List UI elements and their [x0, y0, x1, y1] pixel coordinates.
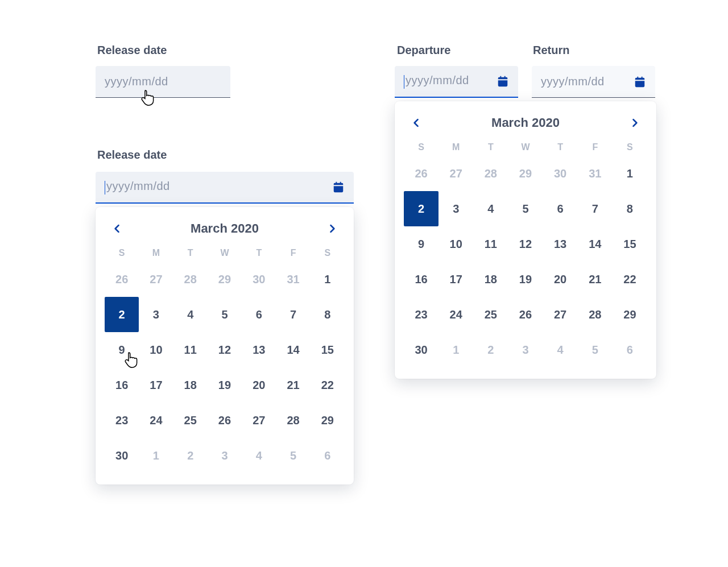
weekday-row: SMTWTFS — [105, 243, 345, 262]
calendar-day[interactable]: 17 — [439, 262, 473, 297]
calendar-day[interactable]: 4 — [473, 191, 508, 226]
calendar-day[interactable]: 10 — [139, 332, 173, 367]
day-grid: 2627282930311234567891011121314151617181… — [105, 262, 345, 473]
calendar-day-other-month: 31 — [578, 156, 613, 191]
calendar-day[interactable]: 14 — [276, 332, 310, 367]
calendar-day[interactable]: 13 — [543, 226, 578, 262]
prev-month-button[interactable] — [108, 220, 126, 238]
calendar-icon[interactable] — [497, 75, 509, 88]
calendar-day[interactable]: 15 — [311, 332, 345, 367]
calendar-day[interactable]: 3 — [439, 191, 473, 226]
calendar-day-other-month: 31 — [276, 262, 310, 297]
calendar-day[interactable]: 22 — [311, 367, 345, 403]
return-label: Return — [533, 44, 569, 57]
next-month-button[interactable] — [626, 114, 644, 132]
calendar-day-other-month: 5 — [276, 438, 310, 473]
calendar-day[interactable]: 5 — [208, 297, 242, 332]
calendar-day[interactable]: 12 — [208, 332, 242, 367]
calendar-day[interactable]: 26 — [208, 403, 242, 438]
day-grid: 2627282930311234567891011121314151617181… — [404, 156, 647, 367]
calendar-day[interactable]: 27 — [242, 403, 276, 438]
calendar-day[interactable]: 28 — [578, 297, 613, 332]
calendar-day[interactable]: 19 — [508, 262, 543, 297]
calendar-day-other-month: 26 — [404, 156, 439, 191]
calendar-day[interactable]: 29 — [311, 403, 345, 438]
calendar-day[interactable]: 24 — [139, 403, 173, 438]
calendar-day[interactable]: 9 — [105, 332, 139, 367]
calendar-day[interactable]: 5 — [508, 191, 543, 226]
calendar-day[interactable]: 7 — [276, 297, 310, 332]
calendar-day[interactable]: 8 — [311, 297, 345, 332]
calendar-day[interactable]: 4 — [173, 297, 208, 332]
calendar-day-other-month: 28 — [473, 156, 508, 191]
placeholder-text: yyyy/mm/dd — [105, 75, 168, 88]
calendar-day-other-month: 30 — [242, 262, 276, 297]
calendar-day-other-month: 4 — [242, 438, 276, 473]
calendar-day[interactable]: 23 — [404, 297, 439, 332]
calendar-day[interactable]: 10 — [439, 226, 473, 262]
calendar-day[interactable]: 12 — [508, 226, 543, 262]
calendar-title: March 2020 — [491, 115, 560, 130]
calendar-icon[interactable] — [332, 181, 345, 193]
calendar-day-other-month: 1 — [439, 332, 473, 367]
calendar-day[interactable]: 24 — [439, 297, 473, 332]
calendar-day[interactable]: 6 — [242, 297, 276, 332]
calendar-day[interactable]: 21 — [578, 262, 613, 297]
calendar-icon[interactable] — [634, 76, 646, 88]
calendar-day-other-month: 2 — [473, 332, 508, 367]
calendar-day[interactable]: 8 — [613, 191, 647, 226]
calendar-day[interactable]: 9 — [404, 226, 439, 262]
calendar-day[interactable]: 23 — [105, 403, 139, 438]
calendar-popover-release: March 2020 SMTWTFS 262728293031123456789… — [96, 207, 354, 485]
calendar-day[interactable]: 11 — [173, 332, 208, 367]
calendar-day[interactable]: 2 — [404, 191, 439, 226]
calendar-day[interactable]: 11 — [473, 226, 508, 262]
calendar-day[interactable]: 26 — [508, 297, 543, 332]
release-date-label-2: Release date — [97, 148, 167, 162]
calendar-day[interactable]: 14 — [578, 226, 613, 262]
placeholder-with-caret: yyyy/mm/dd — [105, 180, 170, 194]
calendar-day[interactable]: 19 — [208, 367, 242, 403]
calendar-day[interactable]: 20 — [543, 262, 578, 297]
calendar-day[interactable]: 6 — [543, 191, 578, 226]
calendar-day[interactable]: 30 — [404, 332, 439, 367]
calendar-day-other-month: 6 — [311, 438, 345, 473]
calendar-day[interactable]: 29 — [613, 297, 647, 332]
placeholder-text: yyyy/mm/dd — [541, 75, 605, 88]
calendar-day[interactable]: 25 — [173, 403, 208, 438]
release-date-input-1[interactable]: yyyy/mm/dd — [96, 66, 230, 98]
calendar-day[interactable]: 1 — [311, 262, 345, 297]
calendar-day[interactable]: 7 — [578, 191, 613, 226]
calendar-day[interactable]: 18 — [173, 367, 208, 403]
calendar-day[interactable]: 27 — [543, 297, 578, 332]
calendar-day[interactable]: 3 — [139, 297, 173, 332]
calendar-day[interactable]: 16 — [105, 367, 139, 403]
calendar-day[interactable]: 30 — [105, 438, 139, 473]
next-month-button[interactable] — [323, 220, 341, 238]
calendar-day[interactable]: 21 — [276, 367, 310, 403]
calendar-popover-trip: March 2020 SMTWTFS 262728293031123456789… — [395, 101, 656, 379]
calendar-day[interactable]: 20 — [242, 367, 276, 403]
prev-month-button[interactable] — [407, 114, 425, 132]
calendar-day[interactable]: 2 — [105, 297, 139, 332]
calendar-day-other-month: 30 — [543, 156, 578, 191]
calendar-day[interactable]: 22 — [613, 262, 647, 297]
release-date-label-1: Release date — [97, 44, 167, 57]
calendar-day[interactable]: 17 — [139, 367, 173, 403]
calendar-day-other-month: 29 — [208, 262, 242, 297]
calendar-day[interactable]: 18 — [473, 262, 508, 297]
placeholder-with-caret: yyyy/mm/dd — [404, 74, 469, 89]
calendar-day-other-month: 4 — [543, 332, 578, 367]
calendar-day-other-month: 1 — [139, 438, 173, 473]
calendar-day[interactable]: 28 — [276, 403, 310, 438]
calendar-day[interactable]: 15 — [613, 226, 647, 262]
calendar-day[interactable]: 25 — [473, 297, 508, 332]
calendar-day[interactable]: 13 — [242, 332, 276, 367]
return-input[interactable]: yyyy/mm/dd — [532, 66, 655, 98]
calendar-day-other-month: 29 — [508, 156, 543, 191]
departure-input[interactable]: yyyy/mm/dd — [395, 66, 518, 98]
calendar-day[interactable]: 16 — [404, 262, 439, 297]
calendar-day[interactable]: 1 — [613, 156, 647, 191]
calendar-day-other-month: 27 — [139, 262, 173, 297]
release-date-input-2[interactable]: yyyy/mm/dd — [96, 172, 354, 204]
